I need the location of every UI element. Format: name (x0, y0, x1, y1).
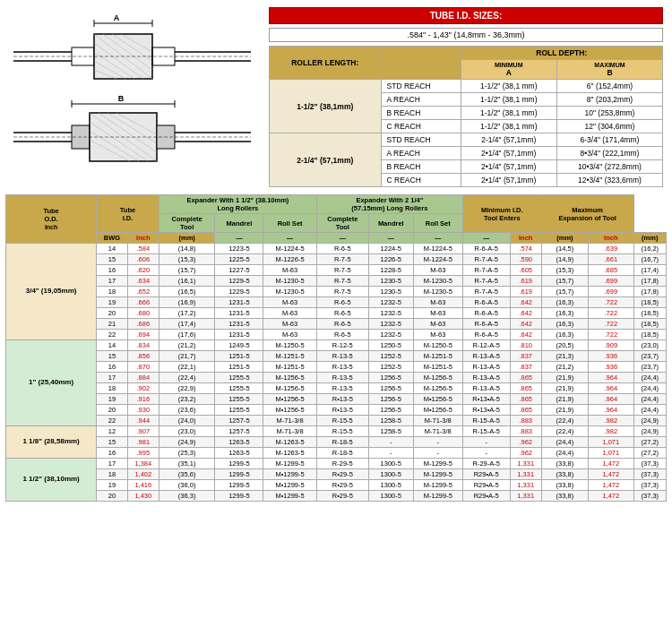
size-group-label: 2-1/4" (57,1mm) (270, 133, 382, 187)
mandrel-2-cell: - (413, 448, 462, 459)
roll-set-1-cell: R-13-5 (316, 362, 368, 373)
max-mm-cell: (24,9) (633, 426, 666, 437)
mandrel-2-cell: M-71-3/8 (413, 426, 462, 437)
complete-tool-2-cell: 1300-5 (368, 491, 413, 502)
min-inch-cell: .837 (510, 362, 541, 373)
th-tube-od: TubeO.D.Inch (6, 195, 97, 244)
max-mm-cell: (18,5) (633, 308, 666, 319)
col-a-header: MINIMUM A (461, 60, 556, 80)
min-mm-cell: (14,5) (541, 244, 588, 254)
max-inch-cell: .661 (589, 254, 634, 265)
min-inch-cell: 1,331 (510, 459, 541, 469)
max-mm-cell: (18,5) (633, 319, 666, 330)
mandrel-1-cell: M-63 (263, 308, 317, 319)
roller-length-value-header (381, 47, 461, 80)
max-mm-cell: (17,8) (633, 287, 666, 297)
main-data-table: TubeO.D.Inch TubeI.D. Expander With 1 1/… (5, 194, 667, 502)
complete-tool-1-cell: 1257-5 (215, 426, 263, 437)
max-inch-cell: .699 (589, 287, 634, 297)
b-max-value: 8•3/4" (222,1mm) (556, 147, 662, 160)
bwg-cell: 18 (97, 383, 128, 394)
inch-cell: .834 (127, 340, 159, 351)
inch-cell: .981 (127, 437, 159, 448)
roll-set-1-cell: R-7-5 (316, 287, 368, 297)
mandrel-1-cell: M-1256-5 (263, 373, 317, 383)
mandrel-2-cell: M-1224-5 (413, 254, 462, 265)
complete-tool-2-cell: 1226-5 (368, 254, 413, 265)
roll-set-2-cell: R29•A-5 (462, 480, 510, 491)
complete-tool-1-cell: 1299-5 (215, 491, 263, 502)
min-mm-cell: (14,9) (541, 254, 588, 265)
b-max-value: 10•3/4" (272,8mm) (556, 160, 662, 174)
mandrel-2-cell: M-1299-5 (413, 480, 462, 491)
roll-set-2-cell: R•13•A-5 (462, 405, 510, 416)
max-mm-cell: (23,0) (633, 340, 666, 351)
max-mm-cell: (18,5) (633, 297, 666, 308)
min-inch-cell: .619 (510, 287, 541, 297)
mandrel-1-cell: M-1251-5 (263, 351, 317, 362)
mandrel-1-cell: M-1224-5 (263, 244, 317, 254)
complete-tool-2-cell: 1224-5 (368, 244, 413, 254)
mandrel-2-cell: M-63 (413, 297, 462, 308)
roll-set-2-cell: R-15-A-5 (462, 416, 510, 426)
mm-cell: (23,0) (159, 426, 215, 437)
roll-set-2-cell: R-7-A-5 (462, 287, 510, 297)
complete-tool-1-cell: 1231-5 (215, 297, 263, 308)
mandrel-1-cell: M-1256-5 (263, 383, 317, 394)
complete-tool-1-cell: 1255-5 (215, 373, 263, 383)
table-row: 18.652(16,5)1229-5M-1230-5R-7-51230-5M-1… (6, 287, 667, 297)
table-row: 16.870(22,1)1251-5M-1251-5R-13-51252-5M-… (6, 362, 667, 373)
inch-cell: .907 (127, 426, 159, 437)
mm-cell: (16,9) (159, 297, 215, 308)
max-mm-cell: (16,2) (633, 244, 666, 254)
bwg-cell: 20 (97, 491, 128, 502)
complete-tool-1-cell: 1255-5 (215, 405, 263, 416)
complete-tool-1-cell: 1231-5 (215, 330, 263, 340)
mandrel-1-cell: M•1256-5 (263, 394, 317, 405)
mandrel-2-cell: M-1251-5 (413, 351, 462, 362)
min-inch-cell: .883 (510, 416, 541, 426)
max-inch-cell: .964 (589, 394, 634, 405)
table-row: 19.916(23,2)1255-5M•1256-5R•13-51256-5M•… (6, 394, 667, 405)
size-group-label: 1-1/2" (38,1mm) (270, 80, 382, 133)
max-mm-cell: (24,4) (633, 394, 666, 405)
a-min-value: 2•1/4" (57,1mm) (461, 147, 556, 160)
table-row: 1 1/2" (38,10mm)171,384(35,1)1299-5M-129… (6, 459, 667, 469)
bwg-cell: 17 (97, 373, 128, 383)
complete-tool-2-cell: 1256-5 (368, 383, 413, 394)
table-row: 18.902(22,9)1255-5M-1256-5R-13-51256-5M-… (6, 383, 667, 394)
min-mm-cell: (33,8) (541, 459, 588, 469)
inch-cell: .666 (127, 297, 159, 308)
bwg-cell: 15 (97, 437, 128, 448)
min-mm-cell: (21,3) (541, 351, 588, 362)
th-roll-set-1: Roll Set (263, 214, 317, 233)
min-mm-cell: (15,7) (541, 276, 588, 287)
max-inch-cell: .722 (589, 330, 634, 340)
mm-cell: (15,7) (159, 265, 215, 276)
max-mm-cell: (17,8) (633, 276, 666, 287)
inch-cell: .930 (127, 405, 159, 416)
specs-area: TUBE I.D. SIZES: .584" - 1,43" (14,8mm -… (269, 7, 663, 187)
mandrel-2-cell: M-1250-5 (413, 340, 462, 351)
max-mm-cell: (37,3) (633, 491, 666, 502)
min-mm-cell: (33,8) (541, 491, 588, 502)
roll-set-1-cell: R-6-5 (316, 308, 368, 319)
complete-tool-1-cell: 1299-5 (215, 459, 263, 469)
min-inch-cell: .642 (510, 319, 541, 330)
max-mm-cell: (18,5) (633, 330, 666, 340)
roll-set-1-cell: R•29-5 (316, 469, 368, 480)
th-mandrel-2: Mandrel (368, 214, 413, 233)
bwg-cell: 18 (97, 469, 128, 480)
a-min-value: 1-1/2" (38,1 mm) (461, 107, 556, 120)
min-mm-cell: (21,9) (541, 394, 588, 405)
diagram-area: A (9, 7, 260, 187)
reach-label: B REACH (381, 160, 461, 174)
reach-label: STD REACH (381, 80, 461, 93)
roll-set-1-cell: R-13-5 (316, 383, 368, 394)
mandrel-1-cell: M-63 (263, 319, 317, 330)
mandrel-2-cell: M-1299-5 (413, 469, 462, 480)
inch-cell: .686 (127, 319, 159, 330)
table-row: 1 1/8" (28,58mm)12.907(23,0)1257-5M-71-3… (6, 426, 667, 437)
min-mm-cell: (16,3) (541, 297, 588, 308)
inch-cell: 1,430 (127, 491, 159, 502)
